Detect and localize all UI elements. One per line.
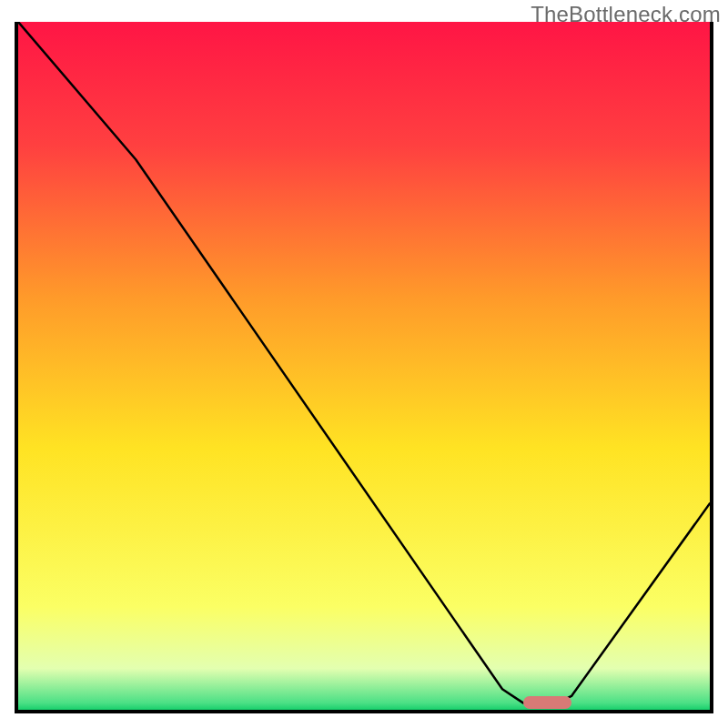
plot-svg [18, 22, 710, 710]
plot-frame [15, 22, 713, 713]
plot-background [18, 22, 710, 710]
optimal-range-marker [523, 696, 571, 709]
chart-container: TheBottleneck.com [0, 0, 728, 728]
